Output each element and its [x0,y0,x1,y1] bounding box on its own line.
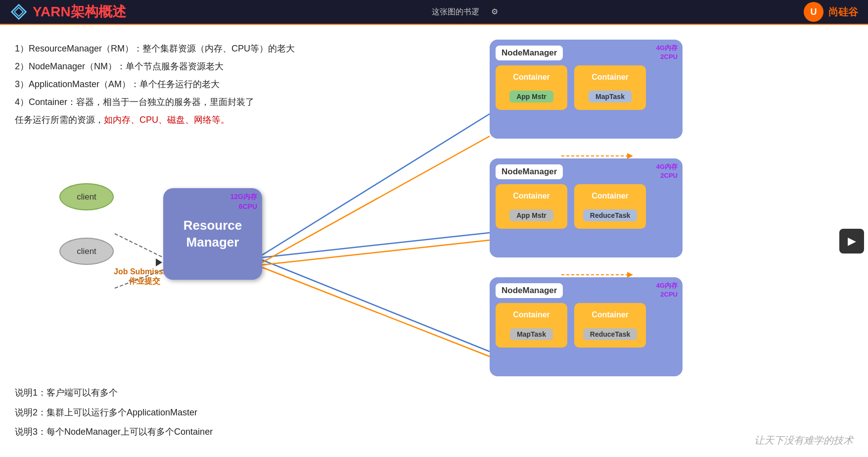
nm1-container-2: Container MapTask [574,65,646,110]
main-content: 1）ResourceManager（RM）：整个集群资源（内存、CPU等）的老大… [0,25,868,457]
resource-manager: 12G内存6CPU ResourceManager [163,188,262,280]
nm3-container-1: Container MapTask [496,303,567,348]
nm2-reduce-task: ReduceTask [583,209,637,221]
header: YARN架构概述 这张图的书逻 ⚙ U 尚硅谷 [0,0,868,25]
header-left: YARN架构概述 [10,2,126,21]
svg-line-9 [262,240,490,265]
play-button[interactable]: ▶ [839,229,864,254]
text-section: 1）ResourceManager（RM）：整个集群资源（内存、CPU等）的老大… [15,40,312,129]
nm3-map-task: MapTask [510,328,553,340]
svg-line-7 [262,260,490,352]
intro-2: 2）NodeManager（NM）：单个节点服务器资源老大 [15,57,312,75]
diamond-icon [10,3,28,21]
intro-1: 1）ResourceManager（RM）：整个集群资源（内存、CPU等）的老大 [15,40,312,57]
note-2: 说明2：集群上可以运行多个ApplicationMaster [15,403,213,423]
node-manager-2: 4G内存2CPU NodeManager Container App Mstr … [490,158,683,257]
svg-line-8 [262,136,490,262]
node-manager-1: 4G内存2CPU NodeManager Container App Mstr … [490,40,683,139]
intro-4: 4）Container：容器，相当于一台独立的服务器，里面封装了 [15,93,312,111]
nm1-container-1: Container App Mstr [496,65,567,110]
nm1-map-task: MapTask [589,91,632,102]
nm1-cpu: 4G内存2CPU [656,44,678,61]
client-2: client [59,238,114,265]
svg-marker-4 [156,258,162,266]
nm3-cpu: 4G内存2CPU [656,281,678,299]
intro-5: 任务运行所需的资源，如内存、CPU、磁盘、网络等。 [15,111,312,129]
note-3: 说明3：每个NodeManager上可以有多个Container [15,422,213,442]
svg-line-10 [262,267,490,356]
brand-name: 尚硅谷 [828,5,858,19]
nm3-containers: Container MapTask Container ReduceTask [496,303,677,348]
nm3-header: NodeManager [496,283,563,298]
nm3-reduce-task: ReduceTask [583,328,637,340]
nm1-app-mstr: App Mstr [509,91,553,102]
notes-section: 说明1：客户端可以有多个 说明2：集群上可以运行多个ApplicationMas… [15,383,213,442]
header-right: U 尚硅谷 [804,2,858,22]
rm-title: ResourceManager [183,217,242,251]
rm-cpu-label: 12G内存6CPU [230,192,257,211]
svg-line-5 [262,114,490,255]
nm3-container-2: Container ReduceTask [574,303,646,348]
bottom-brand: 让天下没有难学的技术 [754,434,853,447]
nm2-containers: Container App Mstr Container ReduceTask [496,184,677,229]
nm2-container-1: Container App Mstr [496,184,567,229]
nm2-app-mstr: App Mstr [509,209,553,221]
nm1-header: NodeManager [496,46,563,60]
nm1-containers: Container App Mstr Container MapTask [496,65,677,110]
svg-line-6 [262,233,490,257]
nm2-header: NodeManager [496,164,563,179]
node-manager-3: 4G内存2CPU NodeManager Container MapTask C… [490,277,683,376]
client-1: client [59,183,114,210]
brand-logo: U [804,2,823,22]
note-1: 说明1：客户端可以有多个 [15,383,213,403]
nm2-container-2: Container ReduceTask [574,184,646,229]
header-center: 这张图的书逻 ⚙ [432,7,498,17]
header-title: YARN架构概述 [33,2,126,21]
svg-line-2 [115,234,163,257]
nm2-cpu: 4G内存2CPU [656,162,678,180]
intro-3: 3）ApplicationMaster（AM）：单个任务运行的老大 [15,75,312,93]
